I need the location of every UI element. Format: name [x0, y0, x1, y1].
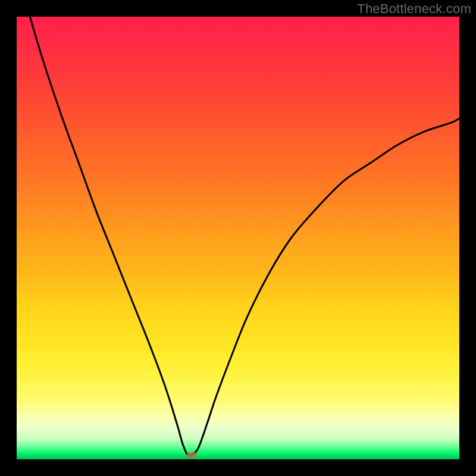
watermark-text: TheBottleneck.com [357, 1, 471, 17]
chart-frame: TheBottleneck.com [0, 0, 476, 476]
plot-area [17, 17, 459, 459]
optimum-marker [187, 452, 196, 458]
bottleneck-curve [17, 17, 459, 459]
